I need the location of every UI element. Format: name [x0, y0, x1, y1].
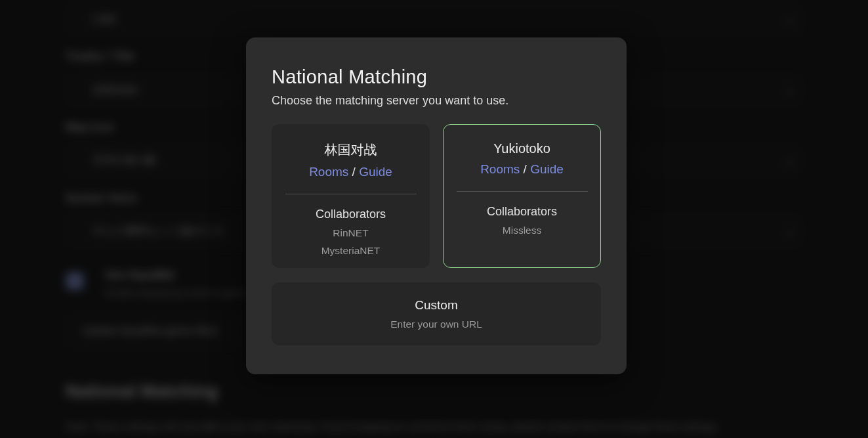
collaborator-name: RinNET — [333, 227, 368, 239]
dialog-subtitle: Choose the matching server you want to u… — [272, 94, 601, 108]
dialog-title: National Matching — [272, 66, 601, 88]
guide-link[interactable]: Guide — [530, 162, 564, 176]
national-matching-dialog: National Matching Choose the matching se… — [246, 37, 627, 374]
card-divider — [285, 194, 417, 194]
collaborator-name: MysteriaNET — [321, 245, 381, 257]
collaborators-title: Collaborators — [316, 208, 386, 221]
server-links: Rooms / Guide — [480, 162, 564, 177]
collaborators-title: Collaborators — [487, 205, 557, 219]
rooms-link[interactable]: Rooms — [480, 162, 520, 176]
custom-card-subtitle: Enter your own URL — [390, 318, 482, 330]
server-name: Yukiotoko — [493, 141, 550, 156]
server-name: 林国对战 — [325, 141, 377, 159]
server-card-linguo[interactable]: 林国对战 Rooms / Guide Collaborators RinNET … — [272, 124, 430, 268]
guide-link[interactable]: Guide — [359, 165, 392, 179]
rooms-link[interactable]: Rooms — [309, 165, 348, 179]
collaborator-name: Missless — [503, 225, 541, 236]
custom-server-card[interactable]: Custom Enter your own URL — [272, 282, 601, 345]
link-separator: / — [520, 162, 530, 176]
server-card-yukiotoko[interactable]: Yukiotoko Rooms / Guide Collaborators Mi… — [443, 124, 601, 268]
custom-card-title: Custom — [415, 298, 457, 313]
server-links: Rooms / Guide — [309, 165, 392, 179]
link-separator: / — [348, 165, 359, 179]
server-options-row: 林国对战 Rooms / Guide Collaborators RinNET … — [272, 124, 601, 268]
card-divider — [457, 191, 588, 192]
